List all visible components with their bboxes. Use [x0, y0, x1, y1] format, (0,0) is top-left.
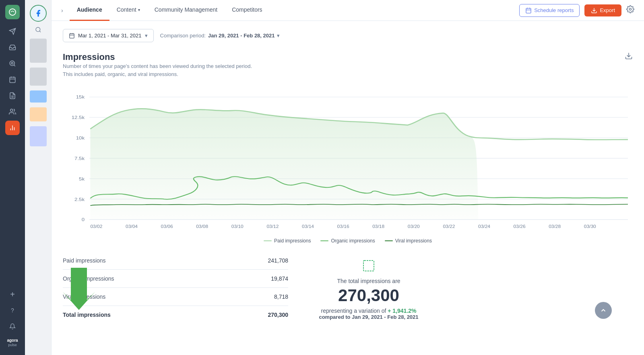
date-range-picker[interactable]: Mar 1, 2021 - Mar 31, 2021 ▾: [63, 29, 154, 42]
legend-viral-label: Viral impressions: [395, 238, 432, 244]
main-content: › Audience Content ▾ Community Managemen…: [52, 0, 644, 355]
sidebar: + ? agora pulse: [0, 0, 25, 355]
topnav-actions: Schedule reports Export: [519, 4, 634, 17]
stats-label-paid: Paid impressions: [63, 257, 106, 264]
svg-rect-6: [10, 77, 15, 83]
highlight-arrow: [59, 268, 95, 318]
svg-rect-18: [526, 8, 531, 13]
svg-text:03/26: 03/26: [514, 224, 526, 229]
scroll-to-top-button[interactable]: [595, 302, 612, 319]
chart-legend: Paid impressions Organic impressions Vir…: [63, 238, 633, 244]
svg-text:03/16: 03/16: [337, 224, 349, 229]
bell-icon[interactable]: [5, 319, 20, 334]
summary-total-number: 270,300: [338, 286, 399, 305]
top-navigation: › Audience Content ▾ Community Managemen…: [52, 0, 644, 21]
legend-viral: Viral impressions: [385, 238, 432, 244]
svg-text:7.5k: 7.5k: [74, 156, 85, 161]
comparison-arrow: ▾: [277, 33, 280, 39]
svg-point-12: [10, 109, 13, 111]
svg-text:10k: 10k: [76, 135, 85, 141]
calendar-filter-icon: [69, 33, 75, 39]
tab-community[interactable]: Community Management: [147, 0, 225, 21]
svg-point-16: [36, 27, 40, 32]
channel-placeholder-2: [30, 68, 47, 86]
brand-logo-text: agora pulse: [7, 338, 18, 348]
svg-rect-58: [363, 261, 374, 271]
collapse-button[interactable]: ›: [61, 7, 63, 14]
paper-plane-icon[interactable]: [5, 24, 20, 39]
nav-tabs: Audience Content ▾ Community Management …: [70, 0, 519, 21]
legend-organic-line: [320, 240, 328, 241]
svg-text:03/22: 03/22: [443, 224, 455, 229]
impressions-chart: 15k 12.5k 10k 7.5k 5k 2.5k 0 03/02 03/04…: [63, 88, 633, 233]
svg-rect-24: [70, 34, 74, 38]
listening-icon[interactable]: [5, 56, 20, 71]
logo[interactable]: [5, 5, 20, 19]
svg-point-3: [10, 61, 14, 66]
summary-icon: [363, 260, 375, 275]
channel-placeholder-3: [30, 90, 47, 103]
svg-text:15k: 15k: [76, 94, 85, 100]
svg-text:03/20: 03/20: [408, 224, 420, 229]
section-description: Number of times your page's content has …: [63, 62, 252, 78]
svg-text:03/24: 03/24: [478, 224, 490, 229]
help-icon[interactable]: ?: [5, 303, 20, 318]
channel-placeholder-4: [30, 107, 47, 121]
reports-icon[interactable]: [5, 88, 20, 103]
svg-text:03/18: 03/18: [372, 224, 384, 229]
summary-comparison: compared to Jan 29, 2021 - Feb 28, 2021: [319, 314, 418, 320]
impressions-header: Impressions Number of times your page's …: [63, 52, 633, 86]
comparison-period-picker[interactable]: Comparison period: Jan 29, 2021 - Feb 28…: [160, 33, 280, 39]
svg-line-4: [14, 65, 15, 66]
variation-value: + 1,941.2%: [388, 308, 416, 314]
svg-point-5: [11, 62, 13, 64]
svg-text:03/28: 03/28: [549, 224, 561, 229]
legend-viral-line: [385, 240, 393, 241]
legend-paid-line: [264, 240, 272, 241]
svg-text:03/10: 03/10: [231, 224, 244, 229]
search-icon[interactable]: [35, 27, 41, 35]
svg-text:03/30: 03/30: [584, 224, 596, 229]
svg-text:03/04: 03/04: [126, 224, 138, 229]
channel-facebook[interactable]: [30, 5, 47, 22]
export-button[interactable]: Export: [584, 4, 621, 16]
svg-text:0: 0: [82, 217, 85, 222]
tab-competitors[interactable]: Competitors: [225, 0, 269, 21]
legend-paid: Paid impressions: [264, 238, 311, 244]
download-chart-button[interactable]: [625, 52, 633, 62]
legend-paid-label: Paid impressions: [274, 238, 311, 244]
settings-button[interactable]: [626, 5, 634, 15]
impressions-title-block: Impressions Number of times your page's …: [63, 52, 252, 86]
analytics-icon[interactable]: [5, 121, 20, 135]
schedule-reports-button[interactable]: Schedule reports: [519, 4, 580, 17]
stats-row-viral: Viral impressions 8,718: [63, 288, 288, 306]
stats-value-paid: 241,708: [268, 257, 288, 264]
svg-text:2.5k: 2.5k: [74, 197, 85, 202]
content-dropdown-arrow: ▾: [138, 8, 140, 12]
svg-text:03/12: 03/12: [266, 224, 279, 229]
community-icon[interactable]: [5, 105, 20, 119]
tab-audience[interactable]: Audience: [70, 0, 109, 21]
bottom-section: Paid impressions 241,708 Organic impress…: [63, 252, 633, 328]
svg-text:5k: 5k: [79, 176, 85, 181]
stats-row-total: Total impressions 270,300: [63, 306, 288, 324]
legend-organic: Organic impressions: [320, 238, 375, 244]
svg-line-17: [39, 31, 41, 32]
summary-box: The total impressions are 270,300 repres…: [304, 252, 433, 328]
svg-text:03/02: 03/02: [90, 224, 102, 229]
date-filters: Mar 1, 2021 - Mar 31, 2021 ▾ Comparison …: [63, 29, 633, 42]
svg-point-0: [9, 9, 16, 15]
download-icon: [591, 7, 597, 14]
channel-panel: [25, 0, 52, 355]
stats-row-paid: Paid impressions 241,708: [63, 252, 288, 270]
inbox-icon[interactable]: [5, 40, 20, 55]
summary-variation: representing a variation of + 1,941.2%: [321, 308, 417, 314]
page-content: Mar 1, 2021 - Mar 31, 2021 ▾ Comparison …: [52, 21, 644, 355]
add-icon[interactable]: +: [5, 287, 20, 302]
tab-content[interactable]: Content ▾: [109, 0, 147, 21]
section-title: Impressions: [63, 52, 252, 62]
svg-text:12.5k: 12.5k: [72, 115, 85, 120]
stats-value-total: 270,300: [268, 312, 288, 318]
calendar-icon[interactable]: [5, 72, 20, 87]
stats-row-organic: Organic impressions 19,874: [63, 270, 288, 288]
